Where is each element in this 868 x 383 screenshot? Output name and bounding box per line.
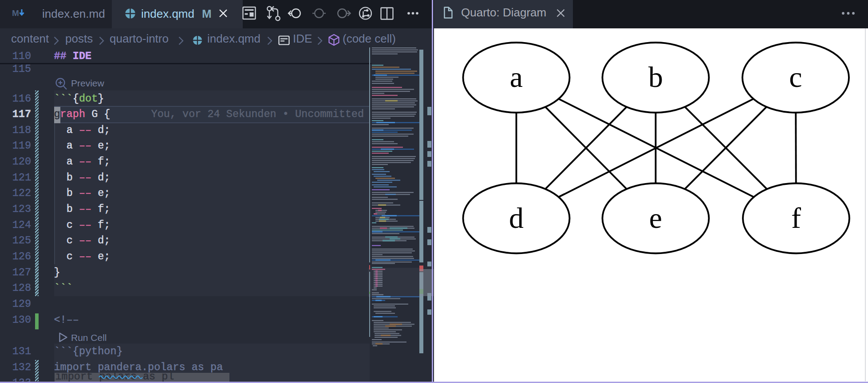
svg-text:e: e	[649, 202, 662, 234]
svg-text:f: f	[791, 202, 801, 234]
svg-text:d: d	[509, 202, 524, 234]
svg-text:b: b	[648, 61, 663, 93]
svg-text:c: c	[789, 61, 802, 93]
svg-text:a: a	[510, 61, 523, 93]
